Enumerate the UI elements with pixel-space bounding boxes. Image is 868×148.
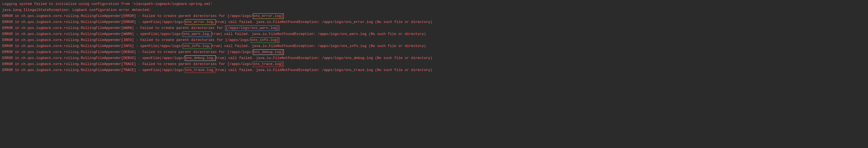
log-text: true) call failed. java.io.FileNotFoundE… xyxy=(212,32,426,36)
log-output: Logging system failed to initialize usin… xyxy=(2,1,866,73)
log-text: ERROR in ch.qos.logback.core.rolling.Rol… xyxy=(2,14,253,18)
highlight-warn-file: sns_warn.log, xyxy=(183,31,211,37)
log-text: ERROR in ch.qos.logback.core.rolling.Rol… xyxy=(2,32,183,36)
highlight-warn-path: [/apps/logs/sns_warn.log] xyxy=(225,25,279,31)
log-text: ERROR in ch.qos.logback.core.rolling.Rol… xyxy=(2,44,183,48)
log-text: ERROR in ch.qos.logback.core.rolling.Rol… xyxy=(2,50,253,54)
highlight-trace-file: sns_trace.log, xyxy=(185,68,216,73)
log-line: ERROR in ch.qos.logback.core.rolling.Rol… xyxy=(2,49,866,55)
log-line: ERROR in ch.qos.logback.core.rolling.Rol… xyxy=(2,31,866,37)
log-line: ERROR in ch.qos.logback.core.rolling.Rol… xyxy=(2,19,866,25)
log-line: ERROR in ch.qos.logback.core.rolling.Rol… xyxy=(2,25,866,31)
highlight-debug-path: sns_debug.log] xyxy=(253,49,284,55)
highlight-info-file: sns_info.log, xyxy=(183,43,211,49)
highlight-error-path: sns_error.log] xyxy=(253,14,284,19)
highlight-debug-file: sns_debug.log, xyxy=(185,55,216,61)
log-text: Logging system failed to initialize usin… xyxy=(2,2,212,6)
log-text: true) call failed. java.io.FileNotFoundE… xyxy=(216,20,432,24)
log-line: ERROR in ch.qos.logback.core.rolling.Rol… xyxy=(2,37,866,43)
highlight-error-file: sns_error.log, xyxy=(185,19,216,25)
log-line-exception: java.lang.IllegalStateException: Logback… xyxy=(2,7,866,13)
log-text: true) call failed. java.io.FileNotFoundE… xyxy=(216,56,432,60)
log-line-header: Logging system failed to initialize usin… xyxy=(2,1,866,7)
highlight-trace-path: sns_trace.log] xyxy=(253,61,284,67)
log-text: true) call failed. java.io.FileNotFoundE… xyxy=(216,68,432,72)
log-line: ERROR in ch.qos.logback.core.rolling.Rol… xyxy=(2,13,866,19)
log-text: ERROR in ch.qos.logback.core.rolling.Rol… xyxy=(2,68,185,72)
log-text: ERROR in ch.qos.logback.core.rolling.Rol… xyxy=(2,20,185,24)
log-text: true) call failed. java.io.FileNotFoundE… xyxy=(212,44,426,48)
highlight-info-path: sns_info.log] xyxy=(251,38,279,43)
log-text: ERROR in ch.qos.logback.core.rolling.Rol… xyxy=(2,38,251,42)
log-text: ERROR in ch.qos.logback.core.rolling.Rol… xyxy=(2,62,253,66)
log-line: ERROR in ch.qos.logback.core.rolling.Rol… xyxy=(2,67,866,73)
log-text: java.lang.IllegalStateException: Logback… xyxy=(2,8,151,12)
log-line: ERROR in ch.qos.logback.core.rolling.Rol… xyxy=(2,55,866,61)
log-text: ERROR in ch.qos.logback.core.rolling.Rol… xyxy=(2,56,185,60)
log-line: ERROR in ch.qos.logback.core.rolling.Rol… xyxy=(2,43,866,49)
log-line: ERROR in ch.qos.logback.core.rolling.Rol… xyxy=(2,61,866,67)
log-text: ERROR in ch.qos.logback.core.rolling.Rol… xyxy=(2,26,225,30)
